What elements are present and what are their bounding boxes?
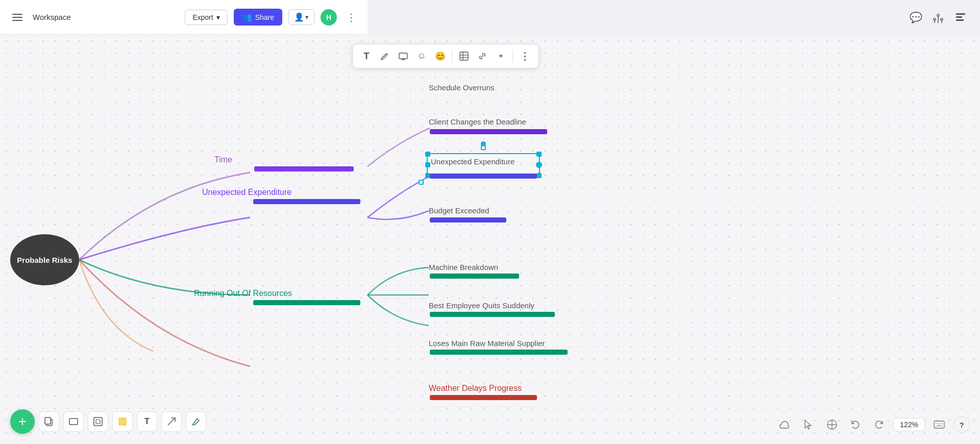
mindmap-svg (0, 35, 980, 444)
avatar-group-button[interactable]: 👤 ▾ (288, 9, 314, 25)
svg-line-22 (168, 418, 175, 425)
share-icon: 👥 (242, 12, 252, 22)
copy-tool-button[interactable] (39, 411, 59, 432)
best-employee-bar (430, 312, 555, 317)
person-icon: 👤 (294, 12, 304, 22)
svg-point-2 (941, 18, 943, 20)
weather-bar (430, 395, 537, 400)
svg-rect-12 (460, 52, 468, 60)
canvas[interactable]: T ☺ 😊 ✦ ⋮ (0, 35, 980, 444)
resources-branch-bar (253, 300, 360, 305)
time-bar (254, 166, 354, 171)
svg-rect-8 (956, 19, 964, 21)
budget-exceeded-bar (430, 217, 506, 223)
chevron-down-icon: ▾ (305, 13, 309, 21)
workspace-title: Workspace (33, 13, 71, 21)
user-avatar[interactable]: H (321, 9, 337, 26)
unexpected-branch-bar (253, 199, 360, 204)
text-tool-button[interactable]: T (358, 47, 375, 65)
undo-icon-button[interactable] (846, 415, 865, 434)
config-icon-button[interactable] (929, 8, 947, 27)
marker-tool-button[interactable] (186, 411, 206, 432)
sticky-tool-button[interactable] (112, 411, 133, 432)
svg-rect-7 (956, 16, 962, 18)
header-right: 💬 (896, 0, 980, 35)
toolbar-divider-2 (512, 50, 513, 62)
link-tool-button[interactable] (474, 47, 491, 65)
bottom-toolbar: + T (10, 409, 206, 434)
redo-icon-button[interactable] (870, 415, 888, 434)
arrow-tool-button[interactable] (161, 411, 182, 432)
svg-rect-6 (956, 13, 965, 15)
screen-tool-button[interactable] (395, 47, 412, 65)
pointer-icon-button[interactable] (799, 415, 818, 434)
sticker-tool-button[interactable]: 😊 (431, 47, 449, 65)
bottom-right-toolbar: 122% ? (776, 415, 970, 434)
cloud-icon-button[interactable] (776, 415, 794, 434)
edit-panel-icon-button[interactable] (951, 8, 970, 27)
svg-rect-19 (94, 417, 102, 426)
svg-point-23 (192, 424, 194, 426)
more-options-button[interactable]: ⋮ (343, 9, 359, 26)
svg-point-1 (934, 18, 936, 20)
more-tool-button[interactable]: ⋮ (516, 47, 533, 65)
svg-rect-17 (45, 417, 51, 424)
central-node[interactable]: Probable Risks (10, 234, 79, 285)
svg-rect-20 (96, 420, 100, 424)
svg-rect-9 (399, 53, 407, 59)
frame-tool-button[interactable] (88, 411, 108, 432)
svg-point-0 (937, 14, 939, 16)
rect-tool-button[interactable] (63, 411, 84, 432)
svg-rect-27 (934, 421, 944, 428)
header: Workspace Export ▾ 👥 Share 👤 ▾ H ⋮ (0, 0, 368, 35)
table-tool-button[interactable] (455, 47, 473, 65)
raw-material-bar (430, 350, 568, 355)
keyboard-icon-button[interactable] (930, 415, 948, 434)
machine-breakdown-bar (430, 274, 519, 279)
client-deadline-bar (430, 129, 547, 134)
unexpected-expenditure-child-bar (430, 174, 537, 179)
chat-icon-button[interactable]: 💬 (906, 8, 925, 27)
floating-toolbar: T ☺ 😊 ✦ ⋮ (352, 44, 539, 68)
menu-button[interactable] (8, 8, 27, 27)
pen-tool-button[interactable] (376, 47, 394, 65)
emoji-tool-button[interactable]: ☺ (413, 47, 430, 65)
magic-tool-button[interactable]: ✦ (492, 47, 509, 65)
zoom-display[interactable]: 122% (893, 418, 925, 431)
add-button[interactable]: + (10, 409, 35, 434)
toolbar-divider (452, 50, 452, 62)
help-icon-button[interactable]: ? (953, 416, 970, 433)
svg-rect-18 (69, 418, 78, 425)
export-button[interactable]: Export ▾ (185, 10, 227, 25)
share-button[interactable]: 👥 Share (234, 9, 282, 26)
chevron-down-icon: ▾ (216, 13, 220, 21)
text-tool-button2[interactable]: T (137, 411, 157, 432)
move-icon-button[interactable] (823, 415, 841, 434)
